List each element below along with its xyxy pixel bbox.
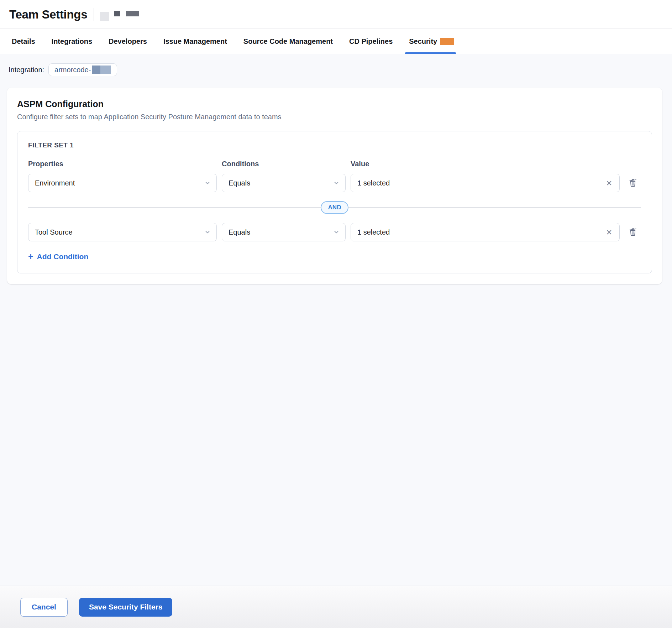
value-multiselect[interactable]: 1 selected ✕ — [351, 223, 620, 241]
properties-header: Properties — [28, 160, 217, 168]
tab-label: Details — [12, 37, 35, 46]
save-security-filters-button[interactable]: Save Security Filters — [79, 598, 173, 617]
team-settings-page: Team Settings Details Integrations Devel… — [0, 0, 672, 628]
tab-label: Source Code Management — [243, 37, 333, 46]
redacted-block — [126, 11, 139, 16]
chevron-down-icon — [204, 180, 211, 186]
column-headers: Properties Conditions Value — [28, 160, 641, 168]
action-footer: Cancel Save Security Filters — [0, 586, 672, 628]
condition-select-value: Equals — [229, 179, 250, 187]
condition-select-value: Equals — [229, 228, 250, 236]
page-title: Team Settings — [9, 8, 87, 21]
aspm-configuration-card: ASPM Configuration Configure filter sets… — [7, 88, 662, 284]
tab-security[interactable]: Security — [409, 29, 454, 54]
tab-label: Issue Management — [163, 37, 227, 46]
tab-label: Security — [409, 37, 437, 46]
top-header: Team Settings Details Integrations Devel… — [0, 0, 672, 54]
redacted-block — [100, 12, 109, 21]
joiner-divider: AND — [28, 201, 641, 214]
tab-label: Developers — [109, 37, 147, 46]
add-condition-label: Add Condition — [37, 252, 89, 261]
tab-label: CD Pipelines — [349, 37, 393, 46]
aspm-title: ASPM Configuration — [17, 99, 652, 109]
trash-icon — [628, 227, 638, 237]
filter-row-1: Environment Equals 1 selected ✕ — [28, 174, 641, 192]
plus-icon: + — [28, 252, 33, 261]
chevron-down-icon — [333, 229, 340, 235]
and-joiner-pill[interactable]: AND — [321, 201, 349, 214]
clear-selection-icon[interactable]: ✕ — [604, 178, 614, 188]
tab-label: Integrations — [52, 37, 92, 46]
security-tab-redacted-badge — [440, 38, 454, 45]
aspm-subtitle: Configure filter sets to map Application… — [17, 113, 652, 121]
trash-icon — [628, 178, 638, 188]
integration-chip-text: armorcode- — [54, 66, 91, 74]
property-select[interactable]: Environment — [28, 174, 217, 192]
condition-select[interactable]: Equals — [222, 174, 346, 192]
tab-cd-pipelines[interactable]: CD Pipelines — [349, 29, 393, 54]
cancel-button[interactable]: Cancel — [20, 598, 68, 617]
integration-row: Integration: armorcode- — [0, 54, 672, 83]
tab-integrations[interactable]: Integrations — [52, 29, 92, 54]
integration-label: Integration: — [9, 66, 44, 74]
tab-source-code-management[interactable]: Source Code Management — [243, 29, 333, 54]
value-multiselect[interactable]: 1 selected ✕ — [351, 174, 620, 192]
tab-issue-management[interactable]: Issue Management — [163, 29, 227, 54]
delete-condition-button[interactable] — [627, 226, 639, 239]
property-select[interactable]: Tool Source — [28, 223, 217, 241]
title-divider — [94, 8, 94, 21]
filter-set-title: FILTER SET 1 — [28, 141, 641, 149]
conditions-header: Conditions — [222, 160, 346, 168]
tab-bar: Details Integrations Developers Issue Ma… — [0, 28, 672, 54]
chevron-down-icon — [204, 229, 211, 235]
filter-row-2: Tool Source Equals 1 selected ✕ — [28, 223, 641, 241]
delete-condition-button[interactable] — [627, 177, 639, 189]
filter-set-1: FILTER SET 1 Properties Conditions Value… — [17, 131, 652, 273]
property-select-value: Environment — [35, 179, 75, 187]
value-selected-count: 1 selected — [357, 228, 390, 236]
tab-details[interactable]: Details — [12, 29, 35, 54]
chevron-down-icon — [333, 180, 340, 186]
redacted-block — [114, 11, 120, 16]
clear-selection-icon[interactable]: ✕ — [604, 227, 614, 237]
title-row: Team Settings — [0, 0, 672, 28]
condition-select[interactable]: Equals — [222, 223, 346, 241]
value-header: Value — [351, 160, 620, 168]
add-condition-button[interactable]: + Add Condition — [28, 252, 88, 261]
property-select-value: Tool Source — [35, 228, 73, 236]
tab-developers[interactable]: Developers — [109, 29, 147, 54]
value-selected-count: 1 selected — [357, 179, 390, 187]
redacted-block — [92, 66, 111, 74]
integration-chip[interactable]: armorcode- — [48, 63, 117, 76]
